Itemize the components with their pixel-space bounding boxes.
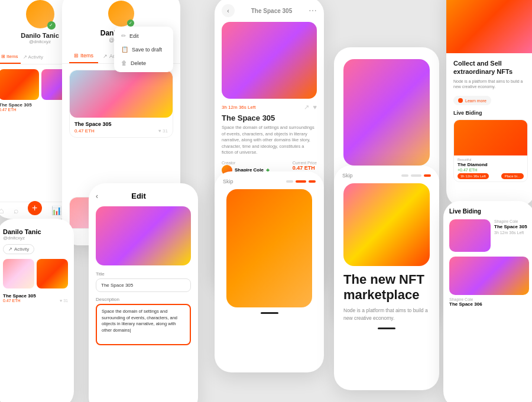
more-button[interactable]: ⋯ [309, 6, 317, 15]
dots-2 [401, 174, 431, 177]
skip-home-indicator [261, 312, 278, 314]
onboard2-home-indicator [378, 328, 395, 329]
nav-add-button[interactable]: + [28, 201, 42, 215]
dot-1 [286, 180, 293, 183]
screen-live-biding: Live Biding Shapire Cole The Space 305 3… [443, 201, 532, 402]
avatar [26, 0, 54, 28]
live-biding-header: Live Biding [443, 201, 532, 219]
diamond-bid-button[interactable]: Place bi... [501, 173, 524, 179]
current-price-value: 0.47 ETH [293, 165, 317, 171]
avatar-2 [108, 1, 134, 27]
live-item-name-1: The Space 305 [494, 224, 529, 229]
live-item-image-1 [449, 219, 491, 252]
live-item-1: Shapire Cole The Space 305 3h 12m 36s Le… [443, 219, 532, 257]
collect-title: Collect and Sell extraordinary NFTs [453, 59, 528, 76]
live-item-author-1: Shapire Cole [494, 219, 529, 223]
nft-detail-title: The Space 305 [215, 114, 324, 125]
edit-nft-image [96, 206, 191, 265]
skip-label-2[interactable]: Skip [342, 173, 353, 179]
live-item-timer-1: 3h 12m 36s Left [494, 231, 529, 235]
tab-activity[interactable]: ↗ Activity [21, 50, 46, 64]
screen-onboarding-2: Skip The new NFT marketplace Node is a p… [334, 166, 439, 390]
onboard2-hero [343, 183, 430, 266]
hero-image-1 [343, 59, 430, 166]
nav-search-icon[interactable]: ⌕ [14, 206, 18, 215]
diamond-price: +0.47 ETH [458, 168, 524, 172]
share-icon[interactable]: ↗ [304, 103, 309, 111]
live-item-2: Shapire Cole The Space 306 [443, 257, 532, 307]
nft-row-name-6: The Space 305 [3, 293, 68, 299]
edit-header: ‹ Edit [89, 183, 198, 206]
diamond-name: The Diamond [458, 162, 524, 167]
description-input[interactable]: Space the domain of settings and surroun… [96, 304, 191, 345]
progress-dots [286, 180, 316, 183]
title-input[interactable]: The Space 305 [96, 278, 191, 292]
screen-profile-bottom: Danilo Tanic @dnitcxyz ↗ Activity The Sp… [0, 219, 74, 402]
live-item-info-1: Shapire Cole The Space 305 3h 12m 36s Le… [494, 219, 529, 235]
menu-edit[interactable]: ✏ Edit [114, 29, 173, 43]
skip-bar: Skip [215, 171, 324, 189]
live-item-image-2 [449, 257, 529, 295]
onboard2-desc: Node is a platform that aims to build a … [334, 307, 439, 322]
dot2-1 [401, 174, 408, 177]
nft-eth-price-1: 0.47 ETH [74, 128, 95, 134]
menu-delete[interactable]: 🗑 Delete [114, 56, 173, 70]
tab-items-2[interactable]: ⊞ Items [69, 49, 98, 63]
diamond-badge: Beautiful [458, 158, 524, 161]
back-button[interactable]: ‹ [222, 4, 235, 17]
screen-collect-sell: Collect and Sell extraordinary NFTs Node… [446, 0, 532, 207]
onboard2-topbar: Skip [334, 166, 439, 183]
title-field-label: Title [89, 271, 198, 278]
diamond-info: Beautiful The Diamond +0.47 ETH 3h 12m 3… [454, 155, 527, 181]
nft-row-price-row: 0.47 ETH ♥ 31 [3, 299, 68, 303]
draft-icon: 📋 [121, 46, 128, 53]
dot-2 [296, 180, 306, 183]
collect-content: Collect and Sell extraordinary NFTs Node… [446, 53, 532, 192]
live-item-author-2: Shapire Cole [449, 297, 529, 302]
play-icon [458, 98, 463, 103]
action-icons: ↗ ♥ [304, 103, 317, 111]
current-price-label: Current Price [293, 161, 317, 165]
delete-icon: 🗑 [121, 60, 127, 66]
dot2-3 [424, 174, 431, 177]
collect-hero-image [446, 0, 532, 53]
nft-price-row-1: 0.47 ETH ♥ 31 [74, 128, 168, 134]
dot-3 [309, 180, 316, 183]
live-item-name-2: The Space 306 [449, 302, 529, 307]
nft-likes-1: ♥ 31 [158, 128, 168, 134]
dot2-2 [411, 174, 421, 177]
creator-label: Creator [222, 161, 270, 165]
live-biding-title: Live Biding [453, 110, 528, 116]
nft-row-likes-6: ♥ 31 [60, 299, 68, 303]
menu-save-draft[interactable]: 📋 Save to draft [114, 43, 173, 56]
grid-thumb-1 [3, 259, 34, 288]
live-item-info-2: Shapire Cole The Space 306 [449, 297, 529, 307]
screen-skip-onboarding: Skip [215, 171, 324, 372]
nav-home-icon[interactable]: ⌂ [0, 206, 4, 215]
skip-button[interactable]: Skip [223, 179, 233, 184]
skip-nft-image [226, 189, 312, 307]
activity-button[interactable]: ↗ Activity [3, 244, 34, 254]
diamond-timer-badge: 3h 12m 36s Left [458, 173, 489, 179]
screen-edit: ‹ Edit Title The Space 305 Description S… [89, 183, 198, 402]
nft-grid-6 [0, 259, 74, 293]
heart-icon[interactable]: ♥ [313, 103, 317, 111]
skip-indicator [215, 307, 324, 319]
timer-row: 3h 12m 36s Left ↗ ♥ [215, 99, 324, 114]
screen-title-label: The Space 305 [251, 8, 292, 14]
diamond-actions: 3h 12m 36s Left Place bi... [458, 173, 524, 179]
nav-statistic-icon[interactable]: 📊 [51, 206, 61, 215]
nft-image-1 [70, 70, 173, 118]
context-menu: ✏ Edit 📋 Save to draft 🗑 Delete [114, 27, 173, 72]
learn-more-button[interactable]: Learn more [453, 96, 491, 105]
detail-topbar: ‹ The Space 305 ⋯ [215, 0, 324, 22]
tab-items[interactable]: ⊞ Items [0, 50, 21, 64]
profile-handle-6: @dnitcxyz [3, 235, 68, 241]
onboard2-indicator [334, 328, 439, 329]
nft-row-6: The Space 305 0.47 ETH ♥ 31 [0, 293, 74, 303]
nft-info-1: The Space 305 0.47 ETH ♥ 31 [70, 118, 173, 137]
nft-detail-desc: Space the domain of settings and surroun… [215, 125, 324, 161]
nft-card-1: The Space 305 0.47 ETH ♥ 31 [69, 70, 173, 138]
countdown-timer: 3h 12m 36s Left [222, 105, 255, 110]
nft-main-image [222, 22, 317, 99]
